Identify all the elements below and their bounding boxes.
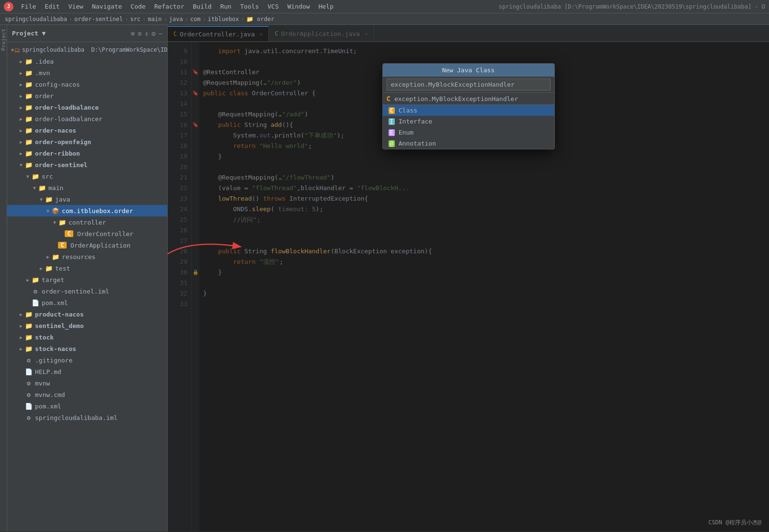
tree-item-order-openfeign[interactable]: ▶📁order-openfeign — [7, 136, 167, 147]
tree-item-mvnw[interactable]: ⚙mvnw — [7, 377, 167, 389]
tree-item-main[interactable]: ▼📁main — [7, 182, 167, 193]
tree-item-order-nacos[interactable]: ▶📁order-nacos — [7, 125, 167, 136]
sidebar: Project ▼ ⊕ ≡ ↕ ⚙ − ▼🗂 springcloudalibab… — [7, 25, 168, 532]
watermark: CSDN @程序员小杰@ — [708, 519, 761, 527]
menu-vcs[interactable]: VCS — [264, 2, 282, 11]
dialog-item-class[interactable]: C Class — [383, 105, 554, 116]
minimize-icon[interactable]: − — [159, 30, 162, 37]
menu-refactor[interactable]: Refactor — [150, 2, 188, 11]
tree-item-src[interactable]: ▼📁src — [7, 170, 167, 182]
tree-item-order-loadbalancer[interactable]: ▶📁order-loadbalancer — [7, 113, 167, 125]
tree-item-target[interactable]: ▶📁target — [7, 274, 167, 285]
enum-type-label: Enum — [399, 129, 413, 136]
new-java-class-dialog: New Java Class C exception.MyBlockExcept… — [382, 63, 555, 149]
breadcrumb-part-5[interactable]: java — [169, 16, 183, 23]
breadcrumb-part-8[interactable]: 📁 order — [246, 16, 274, 23]
tree-item-pom1[interactable]: 📄pom.xml — [7, 297, 167, 308]
dialog-suggestion[interactable]: C exception.MyBlockExceptionHandler — [383, 93, 554, 105]
menu-tools[interactable]: Tools — [236, 2, 263, 11]
menu-view[interactable]: View — [65, 2, 87, 11]
sidebar-title: Project ▼ — [12, 30, 46, 37]
sidebar-icons: ⊕ ≡ ↕ ⚙ − — [131, 30, 162, 37]
collapse-icon[interactable]: ≡ — [138, 30, 141, 37]
breadcrumb-part-2[interactable]: order-sentinel — [74, 16, 123, 23]
app-logo: J — [4, 2, 13, 11]
tree-item-gitignore[interactable]: ⚙.gitignore — [7, 354, 167, 366]
tree-item-order-controller[interactable]: C OrderController — [7, 228, 167, 239]
tree-item-help[interactable]: 📄HELP.md — [7, 366, 167, 377]
tree-item-config-nacos[interactable]: ▶📁config-nacos — [7, 79, 167, 90]
dialog-item-enum[interactable]: E Enum — [383, 127, 554, 138]
tree-item-idea[interactable]: ▶📁.idea — [7, 56, 167, 67]
tree-item-root[interactable]: ▼🗂 springcloudalibaba D:\ProgramWorkSpac… — [7, 44, 167, 56]
tree-item-pom2[interactable]: 📄pom.xml — [7, 400, 167, 412]
sidebar-header: Project ▼ ⊕ ≡ ↕ ⚙ − — [7, 25, 167, 42]
gear-icon[interactable]: ⚙ — [151, 30, 155, 37]
tree-item-springcloud-iml[interactable]: ⚙springcloudalibaba.iml — [7, 412, 167, 423]
breadcrumb-part-1[interactable]: springcloudalibaba — [5, 16, 67, 23]
project-tree: ▼🗂 springcloudalibaba D:\ProgramWorkSpac… — [7, 42, 167, 532]
menu-navigate[interactable]: Navigate — [88, 2, 126, 11]
tree-item-controller[interactable]: ▼📁controller — [7, 216, 167, 228]
menu-help[interactable]: Help — [315, 2, 337, 11]
menu-run[interactable]: Run — [217, 2, 235, 11]
tree-item-sentinel-demo[interactable]: ▶📁sentinel_demo — [7, 320, 167, 331]
dialog-item-annotation[interactable]: @ Annotation — [383, 138, 554, 149]
tree-item-test[interactable]: ▶📁test — [7, 262, 167, 274]
tree-item-order-application[interactable]: C OrderApplication — [7, 239, 167, 251]
annotation-type-label: Annotation — [399, 140, 436, 147]
sort-icon[interactable]: ↕ — [145, 30, 149, 37]
breadcrumb-part-6[interactable]: com — [190, 16, 201, 23]
class-type-icon: C — [389, 107, 395, 114]
breadcrumb-part-3[interactable]: src — [130, 16, 141, 23]
menu-file[interactable]: File — [17, 2, 40, 11]
dialog-item-interface[interactable]: I Interface — [383, 116, 554, 127]
class-type-label: Class — [399, 107, 417, 114]
breadcrumb: springcloudalibaba › order-sentinel › sr… — [0, 13, 769, 25]
interface-type-label: Interface — [399, 118, 432, 125]
interface-type-icon: I — [389, 118, 395, 125]
menu-window[interactable]: Window — [284, 2, 314, 11]
dialog-overlay: New Java Class C exception.MyBlockExcept… — [168, 25, 769, 532]
suggestion-text: exception.MyBlockExceptionHandler — [394, 95, 518, 102]
tree-item-product-nacos[interactable]: ▶📁product-nacos — [7, 308, 167, 320]
tree-item-resources[interactable]: ▶📁resources — [7, 251, 167, 262]
tree-item-stock-nacos[interactable]: ▶📁stock-nacos — [7, 343, 167, 354]
project-panel[interactable]: Project — [0, 25, 7, 532]
tree-item-iml[interactable]: ⚙order-sentinel.iml — [7, 285, 167, 297]
tree-item-mvn[interactable]: ▶📁.mvn — [7, 67, 167, 79]
tree-item-mvnwcmd[interactable]: ⚙mvnw.cmd — [7, 389, 167, 400]
dialog-input-area — [383, 77, 554, 93]
main-layout: Project Project ▼ ⊕ ≡ ↕ ⚙ − ▼🗂 springclo… — [0, 25, 769, 532]
dialog-title: New Java Class — [383, 64, 554, 77]
suggestion-icon: C — [387, 95, 390, 102]
breadcrumb-part-7[interactable]: itbluebox — [208, 16, 239, 23]
menu-edit[interactable]: Edit — [41, 2, 63, 11]
project-panel-label[interactable]: Project — [0, 25, 8, 55]
class-name-input[interactable] — [387, 79, 551, 91]
menu-code[interactable]: Code — [127, 2, 149, 11]
tree-item-order-ribbon[interactable]: ▶📁order-ribbon — [7, 147, 167, 159]
tree-item-package[interactable]: ▼📦com.itbluebox.order — [7, 205, 167, 216]
menu-bar: J File Edit View Navigate Code Refactor … — [0, 0, 769, 13]
tree-item-stock[interactable]: ▶📁stock — [7, 331, 167, 343]
window-title: springcloudalibaba [D:\ProgramWorkSpace\… — [499, 3, 765, 10]
tree-item-order-loadbalance[interactable]: ▶📁order-loadbalance — [7, 102, 167, 113]
tree-item-order-sentinel[interactable]: ▼📁order-sentinel — [7, 159, 167, 170]
annotation-type-icon: @ — [389, 140, 395, 147]
tree-item-order[interactable]: ▶📁order — [7, 90, 167, 102]
sync-icon[interactable]: ⊕ — [131, 30, 135, 37]
editor-area: C OrderController.java ✕ C OrderApplicat… — [168, 25, 769, 532]
breadcrumb-part-4[interactable]: main — [148, 16, 162, 23]
tree-item-java[interactable]: ▼📁java — [7, 193, 167, 205]
enum-type-icon: E — [389, 129, 395, 136]
menu-build[interactable]: Build — [189, 2, 216, 11]
